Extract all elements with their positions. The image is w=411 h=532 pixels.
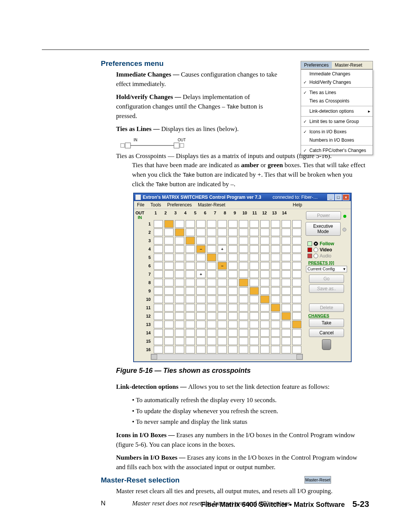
crosspoint-cell[interactable] [228,321,237,328]
crosspoint-cell[interactable] [271,321,280,328]
crosspoint-cell[interactable] [292,220,301,228]
menu-header-master-reset[interactable]: Master-Reset [332,62,365,69]
crosspoint-cell[interactable] [175,287,184,295]
crosspoint-cell[interactable] [164,254,174,261]
crosspoint-cell[interactable] [186,262,195,270]
trash-icon[interactable] [322,339,331,350]
crosspoint-cell[interactable] [239,237,248,244]
crosspoint-cell[interactable] [175,228,184,236]
crosspoint-cell[interactable] [239,329,248,337]
crosspoint-cell[interactable]: – [196,245,206,253]
crosspoint-cell[interactable] [164,279,174,286]
crosspoint-cell[interactable] [186,321,195,328]
crosspoint-cell[interactable] [207,296,216,303]
crosspoint-cell[interactable] [154,228,163,236]
crosspoint-cell[interactable] [260,220,269,228]
menu-tools[interactable]: Tools [150,202,161,208]
crosspoint-cell[interactable] [228,237,237,244]
crosspoint-cell[interactable] [207,220,216,228]
power-button[interactable]: Power [306,211,341,220]
crosspoint-cell[interactable] [260,346,269,353]
menu-master-reset[interactable]: Master-Reset [198,202,225,208]
crosspoint-cell[interactable] [260,321,269,328]
executive-mode-button[interactable]: ExecutiveMode [306,222,341,236]
crosspoint-cell[interactable] [239,228,248,236]
crosspoint-cell[interactable] [260,228,269,236]
menu-item-hold-verify[interactable]: Hold/Verify Changes [301,78,373,86]
menu-help[interactable]: Help [293,202,302,208]
radio-follow[interactable]: Follow [307,241,348,246]
crosspoint-cell[interactable] [260,237,269,244]
crosspoint-cell[interactable] [271,237,280,244]
crosspoint-cell[interactable] [228,346,237,353]
crosspoint-cell[interactable] [154,270,163,278]
crosspoint-cell[interactable] [250,228,259,236]
crosspoint-cell[interactable] [239,304,248,312]
crosspoint-cell[interactable] [218,279,227,286]
menu-item-catch-fpc[interactable]: Catch FPC/other's Changes [301,146,373,155]
crosspoint-cell[interactable] [260,279,269,286]
crosspoint-cell[interactable] [196,262,206,270]
crosspoint-cell[interactable] [239,296,248,303]
crosspoint-cell[interactable]: + [196,270,206,278]
crosspoint-cell[interactable] [218,228,227,236]
crosspoint-cell[interactable] [239,262,248,270]
save-as-button[interactable]: Save as.. [309,284,344,293]
menu-item-ties-lines[interactable]: Ties as Lines [301,88,373,97]
crosspoint-cell[interactable] [186,228,195,236]
crosspoint-cell[interactable] [250,270,259,278]
crosspoint-cell[interactable] [175,312,184,320]
crosspoint-cell[interactable] [250,245,259,253]
crosspoint-cell[interactable] [250,312,259,320]
crosspoint-cell[interactable] [260,270,269,278]
menu-item-link-detection[interactable]: Link-detection options [301,107,373,115]
crosspoint-cell[interactable] [175,304,184,312]
crosspoint-cell[interactable] [164,296,174,303]
crosspoint-cell[interactable] [228,245,237,253]
crosspoint-cell[interactable] [218,237,227,244]
crosspoint-cell[interactable] [292,254,301,261]
crosspoint-cell[interactable] [250,237,259,244]
crosspoint-cell[interactable] [292,279,301,286]
crosspoint-cell[interactable] [196,279,206,286]
crosspoint-cell[interactable] [207,262,216,270]
crosspoint-cell[interactable] [154,254,163,261]
crosspoint-cell[interactable] [175,237,184,244]
crosspoint-cell[interactable] [154,321,163,328]
menu-item-immediate[interactable]: Immediate Changes [301,70,373,78]
crosspoint-cell[interactable] [218,329,227,337]
minimize-button[interactable]: _ [327,194,334,200]
crosspoint-cell[interactable] [154,262,163,270]
crosspoint-cell[interactable] [196,287,206,295]
crosspoint-cell[interactable] [196,304,206,312]
crosspoint-cell[interactable] [186,296,195,303]
crosspoint-cell[interactable] [186,254,195,261]
crosspoint-cell[interactable] [271,245,280,253]
crosspoint-cell[interactable] [282,270,291,278]
crosspoint-cell[interactable] [271,312,280,320]
crosspoint-cell[interactable] [271,270,280,278]
crosspoint-cell[interactable] [271,346,280,353]
crosspoint-cell[interactable] [292,321,301,328]
crosspoint-cell[interactable] [154,329,163,337]
crosspoint-cell[interactable] [239,287,248,295]
radio-video[interactable]: Video [307,247,348,252]
crosspoint-cell[interactable] [228,337,237,345]
scrollbar-horizontal[interactable] [151,354,303,360]
crosspoint-cell[interactable] [154,220,163,228]
menu-item-numbers-io[interactable]: Numbers in I/O Boxes [301,136,373,144]
crosspoint-cell[interactable] [260,312,269,320]
crosspoint-cell[interactable] [282,296,291,303]
crosspoint-cell[interactable] [239,337,248,345]
crosspoint-cell[interactable] [186,329,195,337]
crosspoint-cell[interactable] [282,254,291,261]
menu-item-limit-ties[interactable]: Limit ties to same Group [301,117,373,126]
crosspoint-cell[interactable] [260,304,269,312]
crosspoint-cell[interactable] [239,312,248,320]
crosspoint-cell[interactable] [207,287,216,295]
crosspoint-cell[interactable] [292,312,301,320]
crosspoint-cell[interactable] [175,321,184,328]
crosspoint-cell[interactable] [260,287,269,295]
crosspoint-cell[interactable] [207,279,216,286]
crosspoint-cell[interactable] [186,279,195,286]
